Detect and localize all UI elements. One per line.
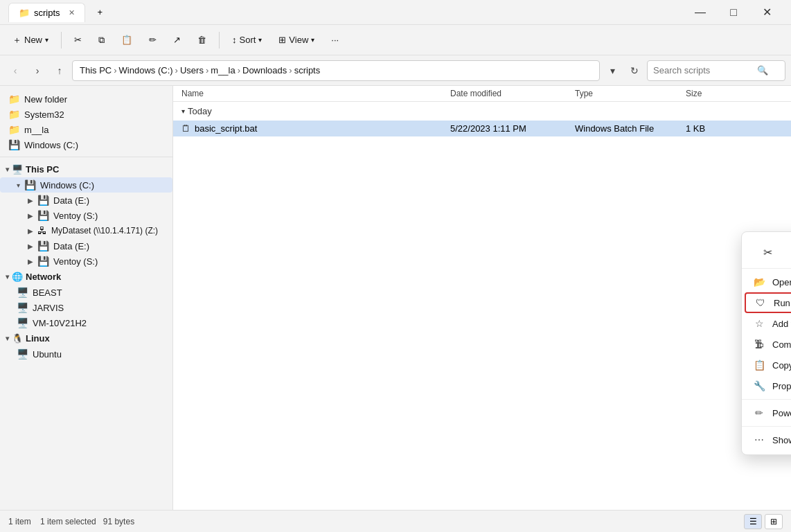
sidebar-item-label: Data (E:) bbox=[53, 241, 89, 251]
sidebar-item-data-e-1[interactable]: ▶ 💾 Data (E:) bbox=[0, 193, 172, 208]
toolbar-separator-1 bbox=[61, 32, 62, 48]
sidebar-item-windows-c-quick[interactable]: 💾 Windows (C:) bbox=[0, 137, 172, 152]
ctx-item-power-rename[interactable]: ✏ PowerRename bbox=[742, 402, 791, 423]
ctx-separator-2 bbox=[742, 426, 791, 427]
sidebar-item-ventoy-s-2[interactable]: ▶ 💾 Ventoy (S:) bbox=[0, 254, 172, 269]
this-pc-section[interactable]: ▾ 🖥️ This PC bbox=[0, 161, 172, 177]
address-path[interactable]: This PC › Windows (C:) › Users › m__la ›… bbox=[72, 60, 600, 81]
active-tab[interactable]: 📁 scripts ✕ bbox=[8, 3, 85, 22]
grid-view-button[interactable]: ⊞ bbox=[765, 514, 783, 529]
rename-button[interactable]: ✏ bbox=[142, 31, 163, 48]
col-name[interactable]: Name bbox=[181, 89, 450, 98]
ctx-power-rename-label: PowerRename bbox=[772, 408, 791, 418]
status-text: 1 item 1 item selected 91 bytes bbox=[8, 517, 134, 526]
tab-close-button[interactable]: ✕ bbox=[69, 8, 75, 17]
folder-icon: 📁 bbox=[8, 94, 20, 105]
sidebar-item-label: Ubuntu bbox=[33, 349, 62, 360]
sidebar-item-vm10v21h2[interactable]: 🖥️ VM-10V21H2 bbox=[0, 315, 172, 330]
view-label: View bbox=[289, 35, 308, 45]
copy-button[interactable]: ⧉ bbox=[91, 31, 112, 49]
refresh-button[interactable]: ↻ bbox=[625, 61, 644, 80]
sidebar-item-label: BEAST bbox=[33, 287, 62, 298]
ctx-item-open[interactable]: 📂 Open Enter bbox=[742, 272, 791, 292]
address-dropdown-button[interactable]: ▾ bbox=[603, 61, 622, 80]
list-view-button[interactable]: ☰ bbox=[744, 514, 762, 529]
sidebar-item-data-e-2[interactable]: ▶ 💾 Data (E:) bbox=[0, 238, 172, 254]
ctx-copy-path-label: Copy as path bbox=[772, 360, 791, 371]
ctx-cut-button[interactable]: ✂ bbox=[756, 240, 779, 264]
linux-section[interactable]: ▾ 🐧 Linux bbox=[0, 330, 172, 346]
file-name-cell: 🗒 basic_script.bat bbox=[181, 123, 450, 134]
sidebar-item-label: VM-10V21H2 bbox=[33, 318, 87, 328]
back-button[interactable]: ‹ bbox=[6, 61, 25, 80]
sidebar-item-mla[interactable]: 📁 m__la bbox=[0, 122, 172, 137]
computer-icon: 🖥️ bbox=[17, 317, 28, 328]
ctx-item-show-more[interactable]: ⋯ Show more options bbox=[742, 429, 791, 450]
new-tab-button[interactable]: + bbox=[91, 4, 110, 20]
ctx-item-properties[interactable]: 🔧 Properties Alt+Enter bbox=[742, 375, 791, 396]
up-button[interactable]: ↑ bbox=[50, 61, 69, 80]
ctx-item-add-favorites[interactable]: ☆ Add to Favorites bbox=[742, 313, 791, 334]
ctx-item-run-as-admin[interactable]: 🛡 Run as administrator bbox=[745, 292, 791, 313]
title-bar-left: 📁 scripts ✕ + bbox=[8, 3, 109, 22]
path-sep-1: › bbox=[175, 65, 178, 76]
folder-icon: 📁 bbox=[8, 109, 20, 120]
more-icon: ··· bbox=[331, 35, 339, 45]
path-part-4[interactable]: Downloads bbox=[242, 65, 287, 76]
share-button[interactable]: ↗ bbox=[166, 31, 188, 48]
ctx-run-as-admin-label: Run as administrator bbox=[774, 298, 791, 308]
path-part-3[interactable]: m__la bbox=[211, 65, 235, 76]
view-button[interactable]: ⊞ View ▾ bbox=[272, 31, 321, 48]
forward-button[interactable]: › bbox=[28, 61, 47, 80]
sidebar-item-jarvis[interactable]: 🖥️ JARVIS bbox=[0, 300, 172, 315]
col-size[interactable]: Size bbox=[686, 89, 741, 98]
bat-file-icon: 🗒 bbox=[181, 123, 190, 134]
chevron-placeholder: ▶ bbox=[28, 227, 33, 235]
new-button[interactable]: ＋ New ▾ bbox=[6, 30, 55, 50]
sort-icon: ↕ bbox=[232, 35, 237, 45]
ctx-properties-label: Properties bbox=[772, 381, 791, 391]
view-chevron-icon: ▾ bbox=[311, 36, 314, 44]
col-date[interactable]: Date modified bbox=[450, 89, 575, 98]
network-section[interactable]: ▾ 🌐 Network bbox=[0, 269, 172, 285]
path-part-2[interactable]: Users bbox=[180, 65, 204, 76]
ctx-item-copy-path[interactable]: 📋 Copy as path Ctrl+Shift+C bbox=[742, 355, 791, 375]
sidebar-item-label: Windows (C:) bbox=[40, 180, 94, 190]
power-rename-icon: ✏ bbox=[753, 407, 765, 418]
sidebar-item-windows-c[interactable]: ▾ 💾 Windows (C:) bbox=[0, 177, 172, 193]
paste-button[interactable]: 📋 bbox=[114, 31, 139, 48]
minimize-button[interactable]: — bbox=[684, 0, 716, 25]
search-box[interactable]: 🔍 bbox=[647, 60, 785, 81]
sidebar-item-new-folder[interactable]: 📁 New folder bbox=[0, 91, 172, 107]
chevron-down-icon: ▾ bbox=[6, 335, 9, 342]
sidebar-item-system32[interactable]: 📁 System32 bbox=[0, 107, 172, 122]
cut-button[interactable]: ✂ bbox=[67, 31, 89, 48]
sidebar-item-mydataset[interactable]: ▶ 🖧 MyDataset (\\10.1.4.171) (Z:) bbox=[0, 223, 172, 238]
search-input[interactable] bbox=[653, 65, 757, 76]
more-button[interactable]: ··· bbox=[324, 31, 346, 48]
chevron-down-icon: ▾ bbox=[6, 166, 9, 173]
sidebar-item-ubuntu[interactable]: 🖥️ Ubuntu bbox=[0, 346, 172, 362]
ctx-item-compress-zip[interactable]: 🗜 Compress to ZIP file bbox=[742, 334, 791, 355]
network-label: Network bbox=[26, 272, 61, 282]
path-part-1[interactable]: Windows (C:) bbox=[119, 65, 173, 76]
tab-folder-icon: 📁 bbox=[19, 8, 30, 18]
close-button[interactable]: ✕ bbox=[751, 0, 783, 25]
maximize-button[interactable]: □ bbox=[718, 0, 749, 25]
share-icon: ↗ bbox=[173, 35, 181, 45]
sidebar-item-ventoy-s-1[interactable]: ▶ 💾 Ventoy (S:) bbox=[0, 208, 172, 223]
file-row-basic-script[interactable]: 🗒 basic_script.bat 5/22/2023 1:11 PM Win… bbox=[173, 121, 791, 136]
linux-icon: 🐧 bbox=[12, 333, 23, 344]
sidebar-item-beast[interactable]: 🖥️ BEAST bbox=[0, 285, 172, 300]
chevron-right-icon: ▾ bbox=[17, 181, 20, 189]
delete-button[interactable]: 🗑 bbox=[190, 31, 213, 48]
delete-icon: 🗑 bbox=[197, 35, 206, 45]
path-part-0[interactable]: This PC bbox=[80, 65, 112, 76]
path-part-5[interactable]: scripts bbox=[294, 65, 321, 76]
file-size: 1 KB bbox=[686, 123, 741, 134]
zip-icon: 🗜 bbox=[753, 339, 765, 350]
properties-icon: 🔧 bbox=[753, 380, 765, 391]
sort-button[interactable]: ↕ Sort ▾ bbox=[225, 31, 269, 48]
status-bar: 1 item 1 item selected 91 bytes ☰ ⊞ bbox=[0, 510, 791, 532]
col-type[interactable]: Type bbox=[575, 89, 686, 98]
